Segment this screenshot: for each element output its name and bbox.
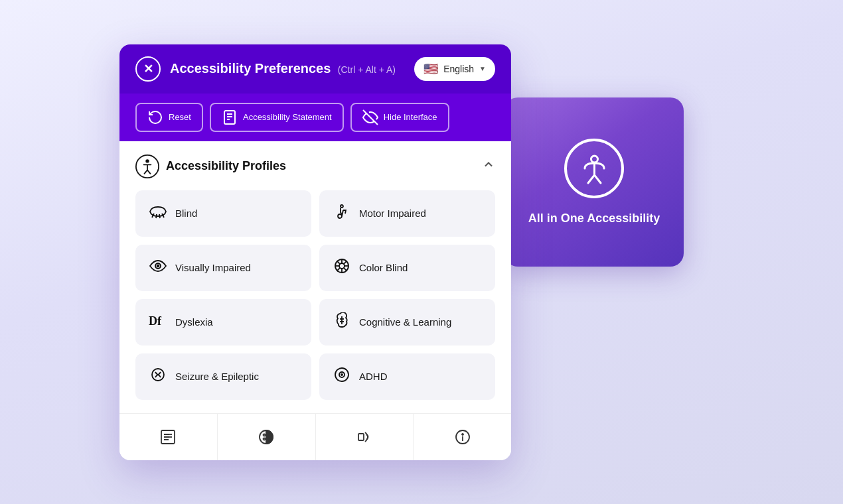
svg-point-38 — [264, 434, 266, 436]
svg-point-16 — [339, 263, 345, 269]
profiles-section: Accessibility Profiles — [119, 141, 511, 413]
profile-adhd[interactable]: ADHD — [319, 353, 495, 400]
main-container: ✕ Accessibility Preferences (Ctrl + Alt … — [119, 44, 684, 460]
language-button[interactable]: 🇺🇸 English ▼ — [414, 57, 495, 81]
seizure-icon — [149, 367, 167, 387]
color-blind-icon — [333, 258, 351, 278]
svg-text:Df: Df — [149, 314, 162, 328]
profiles-title-row: Accessibility Profiles — [135, 155, 286, 178]
svg-line-47 — [594, 175, 601, 183]
accessibility-statement-label: Accessibility Statement — [243, 112, 332, 122]
svg-point-6 — [145, 159, 149, 162]
blind-label: Blind — [175, 208, 197, 219]
adhd-icon — [333, 367, 351, 387]
document-icon — [222, 109, 238, 125]
svg-line-46 — [588, 175, 595, 183]
wheelchair-icon — [333, 204, 351, 223]
svg-line-22 — [344, 267, 346, 270]
svg-point-44 — [591, 156, 597, 162]
brain-icon — [333, 312, 351, 332]
profile-blind[interactable]: Blind — [135, 190, 311, 237]
color-blind-label: Color Blind — [359, 262, 408, 273]
bottom-icons-row — [119, 413, 511, 460]
profile-dyslexia[interactable]: Df Dyslexia — [135, 299, 311, 346]
seizure-label: Seizure & Epileptic — [175, 371, 259, 382]
blind-icon — [149, 204, 167, 223]
accessibility-card[interactable]: All in One Accessibility — [504, 97, 684, 267]
cognitive-label: Cognitive & Learning — [359, 316, 451, 328]
profiles-grid: Blind Motor I — [135, 190, 495, 400]
svg-line-23 — [337, 267, 340, 270]
close-button[interactable]: ✕ — [135, 56, 161, 82]
reset-label: Reset — [169, 112, 191, 122]
card-circle — [564, 139, 624, 198]
profile-seizure[interactable]: Seizure & Epileptic — [135, 353, 311, 400]
svg-point-14 — [157, 265, 159, 267]
eye-icon — [149, 259, 167, 277]
text-settings-icon[interactable] — [119, 414, 218, 460]
svg-point-11 — [341, 205, 343, 208]
contrast-settings-icon[interactable] — [218, 414, 316, 460]
accessibility-statement-button[interactable]: Accessibility Statement — [210, 103, 344, 132]
svg-line-8 — [156, 214, 157, 218]
flag-icon: 🇺🇸 — [423, 62, 438, 76]
collapse-button[interactable] — [482, 158, 495, 174]
profile-visually-impaired[interactable]: Visually Impaired — [135, 245, 311, 291]
svg-point-42 — [462, 434, 463, 435]
info-icon[interactable] — [414, 414, 511, 460]
panel-title-group: Accessibility Preferences (Ctrl + Alt + … — [170, 61, 396, 76]
card-person-icon — [576, 150, 613, 186]
profile-motor-impaired[interactable]: Motor Impaired — [319, 190, 495, 237]
visually-impaired-label: Visually Impaired — [175, 262, 251, 273]
panel-title: Accessibility Preferences — [170, 61, 331, 76]
language-label: English — [443, 64, 474, 74]
header-left: ✕ Accessibility Preferences (Ctrl + Alt … — [135, 56, 396, 82]
profile-cognitive[interactable]: Cognitive & Learning — [319, 299, 495, 346]
panel-body: Accessibility Profiles — [119, 141, 511, 460]
eye-hide-icon — [362, 109, 378, 125]
svg-line-9 — [159, 214, 160, 218]
svg-point-32 — [341, 374, 343, 375]
profiles-section-title: Accessibility Profiles — [166, 159, 286, 173]
hide-interface-label: Hide Interface — [384, 112, 437, 122]
panel-shortcut: (Ctrl + Alt + A) — [338, 64, 396, 75]
card-title: All in One Accessibility — [528, 212, 660, 225]
chevron-up-icon — [482, 158, 495, 171]
dyslexia-label: Dyslexia — [175, 316, 213, 328]
audio-settings-icon[interactable] — [316, 414, 414, 460]
accessibility-panel: ✕ Accessibility Preferences (Ctrl + Alt … — [119, 44, 511, 460]
panel-header: ✕ Accessibility Preferences (Ctrl + Alt … — [119, 44, 511, 94]
svg-point-12 — [338, 214, 342, 218]
svg-line-24 — [344, 261, 346, 263]
svg-rect-40 — [358, 434, 364, 440]
hide-interface-button[interactable]: Hide Interface — [350, 103, 449, 132]
motor-impaired-label: Motor Impaired — [359, 208, 426, 219]
svg-point-39 — [264, 438, 266, 440]
svg-line-21 — [337, 261, 340, 263]
profile-color-blind[interactable]: Color Blind — [319, 245, 495, 291]
accessibility-section-icon — [135, 155, 159, 178]
reset-button[interactable]: Reset — [135, 103, 203, 132]
adhd-label: ADHD — [359, 371, 388, 382]
profiles-header: Accessibility Profiles — [135, 155, 495, 178]
dyslexia-icon: Df — [149, 313, 167, 332]
chevron-down-icon: ▼ — [479, 65, 486, 72]
panel-actions: Reset Accessibility Statement Hide Inter… — [119, 94, 511, 141]
reset-icon — [147, 109, 163, 125]
